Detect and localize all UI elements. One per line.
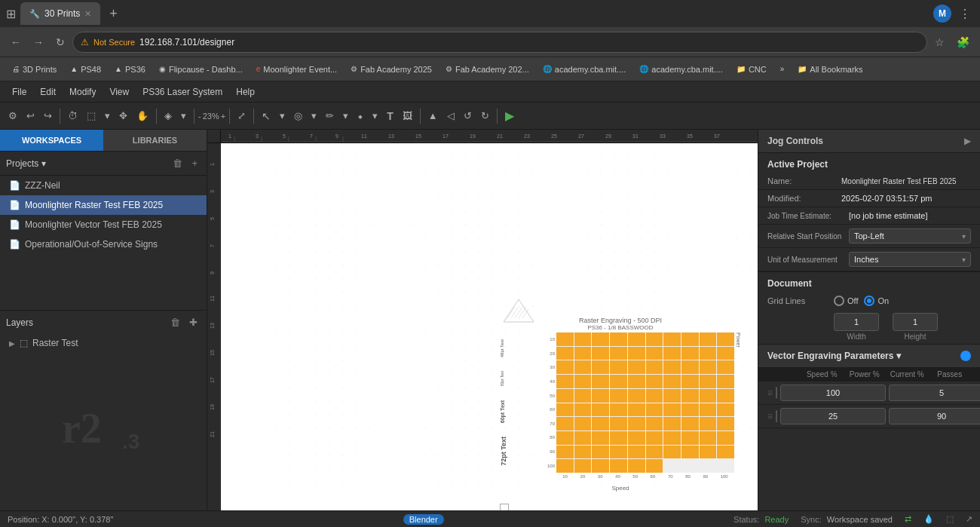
add-project-button[interactable]: + — [188, 156, 201, 170]
bookmark-all[interactable]: 📁 All Bookmarks — [792, 63, 868, 76]
menu-ps36[interactable]: PS36 Laser System — [136, 84, 228, 100]
project-item-moonlighter-vector[interactable]: 📄 Moonlighter Vector Test FEB 2025 — [0, 215, 207, 234]
forward-button[interactable]: → — [29, 33, 48, 51]
not-secure-label: Not Secure — [93, 38, 135, 47]
bookmark-academy1[interactable]: 🌐 academy.cba.mit.... — [537, 63, 632, 76]
project-item-moonlighter-raster[interactable]: 📄 Moonlighter Raster Test FEB 2025 — [0, 195, 207, 215]
project-item-zzz[interactable]: 📄 ZZZ-Neil — [0, 176, 207, 195]
params-col-current: Current % — [886, 370, 929, 378]
settings-button[interactable]: ⚙ — [5, 108, 21, 124]
delete-layer-button[interactable]: 🗑 — [167, 315, 183, 329]
vector-toggle-btn[interactable] — [960, 351, 971, 361]
node-drop[interactable]: ▾ — [177, 108, 190, 124]
rel-start-dropdown[interactable]: Top-Left ▾ — [849, 228, 971, 244]
undo-button[interactable]: ↩ — [23, 108, 38, 124]
play-button[interactable]: ▶ — [501, 106, 518, 125]
toolbar-separator-2 — [156, 109, 157, 124]
profile-icon[interactable]: M — [933, 5, 951, 23]
menu-file[interactable]: File — [6, 84, 32, 100]
select-tool[interactable]: ⬚ — [83, 108, 100, 124]
cursor-tool[interactable]: ↖ — [258, 108, 274, 124]
height-input[interactable] — [893, 313, 938, 331]
move-tool[interactable]: ✥ — [115, 108, 131, 124]
bookmark-3dprints-label: 3D Prints — [23, 65, 57, 74]
bookmark-ps48[interactable]: ▲ PS48 — [64, 63, 107, 76]
redo-button[interactable]: ↪ — [40, 108, 56, 124]
unit-dropdown[interactable]: Inches ▾ — [849, 252, 971, 267]
zoom-minus-btn[interactable]: - — [198, 112, 201, 121]
align-tool[interactable]: ▲ — [424, 108, 442, 124]
menu-edit[interactable]: Edit — [34, 84, 62, 100]
shape-tool[interactable]: ◎ — [290, 108, 306, 124]
params-table-header: Speed % Power % Current % Passes — [758, 367, 980, 381]
bookmark-fab1[interactable]: ⚙ Fab Academy 2025 — [345, 63, 438, 76]
speed-input-1[interactable] — [780, 408, 886, 424]
params-row-1: ≡ — [758, 405, 980, 428]
timer-button[interactable]: ⏱ — [64, 108, 81, 124]
raster-checkbox[interactable] — [500, 504, 509, 510]
text-tool[interactable]: T — [383, 108, 397, 124]
projects-title[interactable]: Projects ▾ — [6, 158, 46, 169]
color-swatch-0[interactable] — [776, 387, 777, 399]
speed-input-0[interactable] — [780, 385, 886, 401]
menu-help[interactable]: Help — [230, 84, 261, 100]
width-input[interactable] — [834, 313, 879, 331]
menu-modify[interactable]: Modify — [63, 84, 102, 100]
grid-off-option[interactable]: Off — [834, 296, 858, 306]
node-edit-drop[interactable]: ▾ — [369, 108, 381, 124]
bookmark-flipcause[interactable]: ◉ Flipcause - Dashb... — [153, 63, 249, 76]
image-tool[interactable]: 🖼 — [399, 108, 416, 124]
bookmark-academy2[interactable]: 🌐 academy.cba.mit.... — [633, 63, 729, 76]
address-bar[interactable]: ⚠ Not Secure 192.168.7.101/designer — [72, 32, 927, 53]
menu-view[interactable]: View — [103, 84, 135, 100]
zoom-plus-btn[interactable]: + — [221, 112, 225, 121]
row-handle-1[interactable]: ≡ — [767, 411, 773, 421]
add-layer-button[interactable]: ✚ — [186, 315, 201, 329]
fit-button[interactable]: ⤢ — [234, 108, 250, 124]
tab-libraries[interactable]: LIBRARIES — [103, 130, 207, 151]
jog-controls-header[interactable]: Jog Controls ▶ — [758, 130, 980, 153]
bookmark-fab2[interactable]: ⚙ Fab Academy 202... — [439, 63, 535, 76]
node-tool[interactable]: ◈ — [161, 108, 176, 124]
bookmark-moonlighter[interactable]: e Moonlighter Event... — [250, 63, 343, 76]
pen-drop[interactable]: ▾ — [339, 108, 352, 124]
extensions-button[interactable]: 🧩 — [952, 33, 974, 51]
power-input-1[interactable] — [889, 408, 980, 424]
grid-icon[interactable]: ⊞ — [6, 7, 16, 21]
back-button[interactable]: ← — [6, 33, 26, 51]
canvas-area[interactable]: 1 3 5 7 9 11 13 15 17 19 21 23 — [207, 130, 758, 510]
color-swatch-1[interactable] — [776, 410, 777, 422]
menu-dots[interactable]: ⋮ — [956, 7, 974, 21]
rotate-cw-tool[interactable]: ↻ — [477, 108, 493, 124]
power-input-0[interactable] — [889, 385, 980, 401]
node-edit-tool[interactable]: ⬥ — [354, 108, 367, 124]
rotate-ccw-tool[interactable]: ↺ — [460, 108, 476, 124]
cell — [700, 360, 717, 374]
design-canvas[interactable]: Raster Engraving - 500 DPI PS36 - 1/8 BA… — [221, 143, 758, 510]
cell — [681, 431, 699, 445]
active-tab[interactable]: 🔧 30 Prints ✕ — [20, 2, 100, 25]
flip-h-tool[interactable]: ◁ — [443, 108, 458, 124]
bookmark-cnc[interactable]: 📁 CNC — [730, 63, 773, 76]
new-tab-btn[interactable]: + — [105, 6, 122, 22]
select-drop[interactable]: ▾ — [101, 108, 114, 124]
cell — [717, 403, 734, 417]
x-label-40: 40 — [615, 474, 620, 483]
bookmark-ps36[interactable]: ▲ PS36 — [109, 63, 152, 76]
bookmark-3dprints[interactable]: 🖨 3D Prints — [6, 63, 63, 76]
cursor-drop[interactable]: ▾ — [276, 108, 289, 124]
pen-tool[interactable]: ✏ — [322, 108, 338, 124]
reload-button[interactable]: ↻ — [51, 33, 69, 51]
project-item-operational[interactable]: 📄 Operational/Out-of-Service Signs — [0, 234, 207, 254]
bookmark-more[interactable]: » — [774, 63, 791, 75]
layer-item-raster[interactable]: ▶ ⬚ Raster Test — [0, 334, 207, 352]
grid-on-option[interactable]: On — [864, 296, 889, 306]
pan-tool[interactable]: ✋ — [133, 108, 152, 124]
tab-workspaces[interactable]: WORKSPACES — [0, 130, 103, 151]
row-handle-0[interactable]: ≡ — [767, 388, 773, 398]
star-button[interactable]: ☆ — [930, 33, 949, 51]
shape-drop[interactable]: ▾ — [308, 108, 320, 124]
cell — [700, 389, 717, 403]
delete-project-button[interactable]: 🗑 — [170, 156, 185, 170]
tab-close[interactable]: ✕ — [84, 9, 91, 19]
